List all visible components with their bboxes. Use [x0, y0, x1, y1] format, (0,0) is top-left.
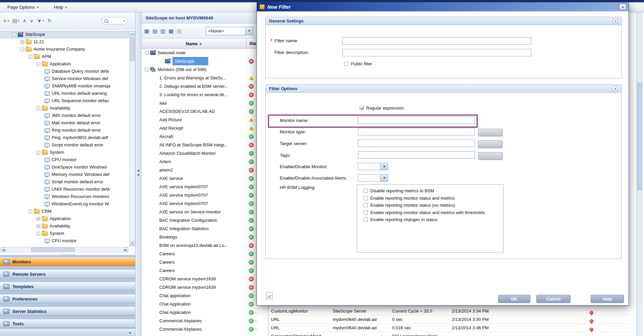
monitor-row[interactable]: BAC Integration Statistics✓: [142, 224, 268, 233]
monitor-row[interactable]: Careers✓: [142, 250, 268, 258]
sidebar-item-monitors[interactable]: Monitors: [0, 257, 135, 266]
monitor-row[interactable]: aaa✓: [142, 99, 268, 107]
name-column-header[interactable]: Name: [142, 39, 247, 49]
monitor-row[interactable]: -Selected node: [142, 49, 268, 57]
monitor-row[interactable]: CDROM service mydvm1639×: [142, 275, 268, 283]
table-row[interactable]: URLmydvm0640.devlab.ad0.016 sec2/13/2014…: [268, 323, 636, 332]
tree-item[interactable]: JMX monitor default error: [0, 112, 129, 119]
monitor-row[interactable]: Add Receipt!: [142, 124, 268, 132]
collapse-node-icon[interactable]: -: [37, 107, 40, 110]
content-vertical-scrollbar[interactable]: [636, 12, 643, 336]
filter-description-input[interactable]: [342, 49, 531, 56]
cancel-button[interactable]: Cancel: [536, 295, 571, 303]
panel-splitter[interactable]: ◀ ◀: [136, 12, 142, 336]
collapse-node-icon[interactable]: -: [145, 51, 149, 55]
scrollbar-thumb[interactable]: [637, 83, 642, 190]
tree-item[interactable]: Mail monitor default error: [0, 119, 129, 127]
target-server-input[interactable]: [358, 140, 475, 147]
enable-disable-alerts-select[interactable]: [358, 174, 388, 182]
table-row[interactable]: ConnectionStatisticsMonit...SSH connecti…: [268, 332, 636, 336]
scrollbar-thumb[interactable]: [130, 37, 135, 61]
tree-item[interactable]: WindowsEventLog monitor W: [0, 200, 129, 208]
tree-item[interactable]: +11.21: [0, 38, 129, 46]
monitor-row[interactable]: -Monitors (598 out of 598): [142, 65, 268, 74]
bsm-option-checkbox[interactable]: [364, 189, 368, 193]
sidebar-item-remote-servers[interactable]: Remote Servers: [0, 270, 135, 278]
tree-item[interactable]: CPU monitor: [0, 156, 129, 163]
sidebar-item-preferences[interactable]: Preferences: [0, 294, 135, 303]
monitor-row[interactable]: AXE service✓: [142, 174, 268, 183]
tree-item[interactable]: DiskSpace monitor Windows: [0, 163, 129, 171]
scroll-down-button[interactable]: ▼: [130, 241, 135, 246]
monitor-row[interactable]: Careers✓: [142, 266, 268, 275]
tree-item[interactable]: Ping monitor default error: [0, 127, 129, 134]
tree-item[interactable]: URL Sequence monitor defau: [0, 97, 129, 105]
filter-button[interactable]: ▼▾: [37, 18, 44, 24]
collapse-section-icon[interactable]: [613, 86, 618, 91]
monitor-row[interactable]: Amazon CloudWatch Monitor✓: [142, 149, 268, 157]
tree-item[interactable]: -SiteScope: [0, 31, 129, 38]
edit-note-icon[interactable]: [266, 292, 273, 299]
help-button[interactable]: Help: [591, 295, 624, 303]
monitor-row[interactable]: Aircraft✓: [142, 132, 268, 141]
dropdown-arrow-icon[interactable]: [381, 174, 388, 182]
table-row[interactable]: URLmydvm0640.devlab.ad0 sec2/13/2014 3:3…: [268, 315, 636, 324]
monitor-row[interactable]: AXE service mydvm0707✓: [142, 183, 268, 191]
scroll-up-button[interactable]: ▲: [130, 31, 135, 36]
menu-item-page-options[interactable]: Page Options▾: [7, 5, 39, 10]
monitor-row[interactable]: BSM on acesisqa10.devlab.ad Lo...×: [142, 241, 268, 250]
enable-disable-monitor-select[interactable]: [358, 163, 388, 170]
menu-item-help[interactable]: Help▾: [54, 5, 67, 10]
tree-item[interactable]: Script monitor default error: [0, 178, 129, 186]
tree-item[interactable]: Memory monitor Windows def: [0, 171, 129, 178]
tree-item[interactable]: Service monitor Windows def: [0, 75, 129, 82]
collapse-node-icon[interactable]: -: [12, 33, 16, 37]
tree-item[interactable]: -CRM: [0, 208, 129, 215]
tree-item[interactable]: Script monitor default error: [0, 141, 129, 149]
expand-node-icon[interactable]: +: [37, 217, 40, 221]
collapse-node-icon[interactable]: -: [37, 151, 40, 154]
monitor-name-input[interactable]: [358, 117, 475, 124]
tags-input[interactable]: [358, 151, 475, 159]
tree-item[interactable]: -System: [0, 230, 129, 237]
table-row[interactable]: CustomLogMonitorSiteScope ServerCurrent …: [268, 307, 636, 315]
bsm-option-checkbox[interactable]: [364, 210, 368, 215]
sidebar-item-server-statistics[interactable]: Server Statistics: [0, 307, 135, 316]
monitor-type-browse-button[interactable]: [478, 129, 502, 136]
sidebar-item-tools[interactable]: Tools: [0, 319, 135, 328]
collapse-node-icon[interactable]: -: [29, 210, 32, 213]
tree-item[interactable]: +Availability: [0, 222, 129, 230]
collapse-node-icon[interactable]: -: [20, 48, 24, 51]
view-detail-button[interactable]: ▤: [177, 28, 182, 34]
regular-expression-checkbox[interactable]: [360, 106, 364, 110]
bsm-option-checkbox[interactable]: [364, 196, 368, 200]
tree-item[interactable]: UNIX Resources monitor defa: [0, 186, 129, 193]
tree-item[interactable]: SNMPbyMIB monitor vmamqa: [0, 82, 129, 90]
view-grid-button[interactable]: ▩: [168, 28, 173, 34]
collapse-nav-button[interactable]: »: [129, 330, 131, 335]
monitor-row[interactable]: Commercial Airplanes✓↑: [142, 325, 268, 333]
monitor-row[interactable]: Chat Application✓↑: [142, 308, 268, 317]
monitor-row[interactable]: Commercial Airplanes✓↑: [142, 317, 268, 325]
ok-button[interactable]: OK: [498, 295, 530, 303]
scroll-right-button[interactable]: ▶: [123, 247, 128, 252]
expand-node-icon[interactable]: +: [20, 40, 24, 44]
monitor-row[interactable]: BAC Integration Configuration✓: [142, 216, 268, 224]
monitor-row[interactable]: Careers✓: [142, 258, 268, 266]
scroll-left-button[interactable]: ◀: [1, 247, 6, 252]
tree-item[interactable]: -Application: [0, 60, 129, 68]
dropdown-arrow-icon[interactable]: [381, 163, 388, 170]
view-tiles-button[interactable]: ▤: [152, 28, 157, 34]
expand-all-button[interactable]: ∧: [23, 18, 26, 24]
expand-node-icon[interactable]: +: [37, 224, 40, 228]
monitor-row[interactable]: Connection Statistics Monitor!↑: [142, 333, 268, 336]
filter-name-input[interactable]: [342, 37, 531, 45]
view-tree-button[interactable]: ▦: [144, 28, 149, 34]
target-server-browse-button[interactable]: [478, 140, 502, 148]
sidebar-item-templates[interactable]: Templates: [0, 282, 135, 291]
monitor-row[interactable]: Artem✓: [142, 157, 268, 166]
monitor-row[interactable]: All INFO at SiteScope BSM integr...×: [142, 141, 268, 149]
collapse-all-button[interactable]: ∨: [30, 18, 34, 24]
tree-item[interactable]: -Acme Insurance Company: [0, 46, 129, 53]
monitor-row[interactable]: artem2×: [142, 166, 268, 174]
